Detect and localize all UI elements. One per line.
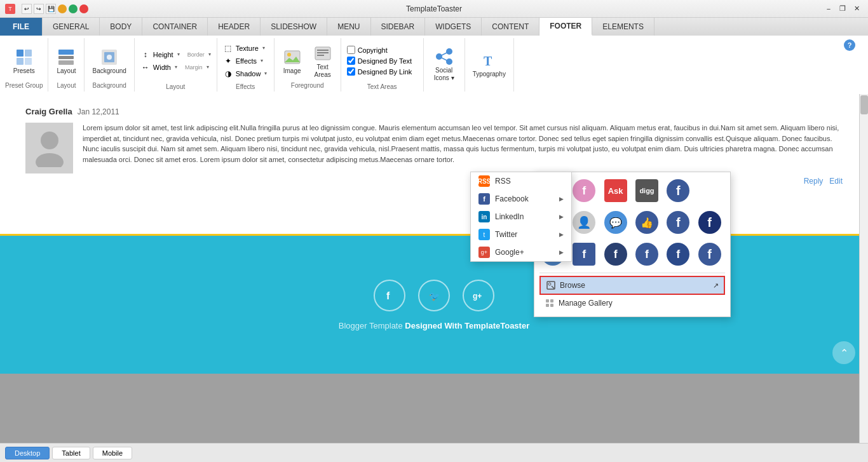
gallery-icon-chat[interactable]: 💬 (602, 209, 629, 236)
layout-group-label: Layout (57, 81, 76, 89)
linkedin-item[interactable]: in LinkedIn ▶ (471, 208, 571, 226)
browse-gallery-action[interactable]: Browse ↗ (539, 276, 725, 295)
gallery-icon-empty1 (696, 177, 723, 204)
layout2-items: ↕ Height ▾ Border ▾ ↔ Width ▾ Margin ▾ (139, 39, 213, 82)
designed-by-text-check-item[interactable]: Designed By Text (345, 56, 419, 65)
typography-items: T Typography (470, 41, 508, 88)
margin-dropdown-arrow: ▾ (207, 64, 209, 70)
scroll-to-top-button[interactable]: ⌃ (832, 341, 855, 364)
svg-rect-2 (17, 58, 24, 65)
textareas-button[interactable]: TextAreas (310, 42, 336, 80)
gallery-icon-fb7[interactable]: f (602, 241, 629, 268)
post-date: Jan 12,2011 (78, 107, 119, 116)
gallery-icon-fb9[interactable]: f (665, 241, 691, 268)
manage-gallery-action[interactable]: Manage Gallery (539, 295, 725, 311)
tab-widgets[interactable]: WIDGETS (425, 18, 482, 36)
googleplus-arrow: ▶ (559, 249, 564, 255)
gallery-icon-fb8[interactable]: f (634, 241, 660, 268)
designed-by-link-check-item[interactable]: Designed By Link (345, 67, 419, 76)
gallery-icon-like[interactable]: 👍 (634, 209, 660, 236)
texture-icon: ⬚ (223, 43, 233, 53)
minimize-button[interactable]: − (822, 3, 835, 15)
googleplus-icon: g+ (478, 247, 490, 258)
svg-text:T: T (484, 54, 492, 68)
tab-general[interactable]: GENERAL (43, 18, 100, 36)
gallery-icon-person[interactable]: 👤 (571, 209, 597, 236)
layout-group: Layout Layout (48, 38, 85, 92)
tab-content[interactable]: CONTENT (482, 18, 539, 36)
gallery-icon-fb3[interactable]: f (665, 209, 691, 236)
background-button[interactable]: Background (90, 46, 128, 76)
tab-file[interactable]: FILE (0, 18, 43, 36)
background-items: Background (90, 41, 128, 81)
tab-footer[interactable]: FOOTER (539, 18, 592, 36)
right-scrollbar[interactable] (859, 94, 868, 443)
linkedin-label: LinkedIn (495, 212, 524, 221)
post-header: Craig Grella Jan 12,2011 (25, 107, 843, 116)
close-button[interactable]: ✕ (850, 3, 863, 15)
footer-facebook-icon[interactable]: f (374, 280, 405, 311)
facebook-item[interactable]: f Facebook ▶ (471, 190, 571, 208)
tablet-view-button[interactable]: Tablet (52, 447, 90, 459)
googleplus-item[interactable]: g+ Google+ ▶ (471, 243, 571, 261)
toolbar-icons: ↩ ↪ 💾 (22, 4, 88, 14)
gallery-icon-facebook-blue[interactable]: f (665, 177, 691, 204)
copyright-checkbox[interactable] (347, 46, 355, 54)
gallery-icon-fb10[interactable]: f (696, 241, 723, 268)
tab-header[interactable]: HEADER (208, 18, 261, 36)
tab-elements[interactable]: ELEMENTS (592, 18, 654, 36)
texture-item[interactable]: ⬚ Texture ▾ (221, 43, 270, 54)
gallery-icon-fb6[interactable]: f (571, 241, 597, 268)
effects-item[interactable]: ✦ Effects ▾ (221, 55, 270, 67)
presets-label: Presets (13, 67, 35, 75)
browse-cursor-icon: ↗ (713, 282, 719, 290)
rss-item[interactable]: RSS RSS (471, 172, 571, 190)
typography-button[interactable]: T Typography (470, 49, 508, 79)
gallery-icon-facebook-pink[interactable]: f (571, 177, 597, 204)
width-item[interactable]: ↔ Width ▾ Margin ▾ (139, 62, 213, 73)
layout-button[interactable]: Layout (53, 46, 79, 76)
effects-items: ⬚ Texture ▾ ✦ Effects ▾ ◑ Shadow ▾ (221, 39, 270, 82)
footer-googleplus-icon[interactable]: g+ (463, 280, 494, 311)
presets-button[interactable]: Presets (11, 46, 37, 76)
twitter-item[interactable]: t Twitter ▶ (471, 226, 571, 243)
gallery-icon-fb4[interactable]: f (696, 209, 723, 236)
scroll-thumb[interactable] (860, 95, 868, 114)
shadow-label: Shadow (236, 70, 261, 78)
tab-body[interactable]: BODY (100, 18, 142, 36)
undo-icon[interactable]: ↩ (22, 4, 32, 14)
post-body: Lorem ipsum dolor sit amet, test link ad… (25, 123, 843, 173)
presets-icon (14, 47, 34, 67)
textareas-check-label: Text Areas (345, 82, 419, 90)
svg-point-30 (548, 283, 551, 285)
copyright-check-item[interactable]: Copyright (345, 45, 419, 55)
save-icon[interactable]: 💾 (46, 4, 56, 14)
redo-icon[interactable]: ↪ (34, 4, 44, 14)
linkedin-icon: in (478, 211, 490, 222)
tab-slideshow[interactable]: SLIDESHOW (261, 18, 327, 36)
googleplus-label: Google+ (495, 248, 524, 257)
shadow-item[interactable]: ◑ Shadow ▾ (221, 68, 270, 79)
height-item[interactable]: ↕ Height ▾ Border ▾ (139, 49, 213, 60)
effects-group: ⬚ Texture ▾ ✦ Effects ▾ ◑ Shadow ▾ Effec… (217, 38, 275, 92)
designed-by-link-checkbox[interactable] (347, 67, 355, 76)
tab-sidebar[interactable]: SIDEBAR (371, 18, 426, 36)
edit-link[interactable]: Edit (829, 177, 843, 186)
tab-container[interactable]: CONTAINER (142, 18, 208, 36)
designed-by-text-checkbox[interactable] (347, 57, 355, 65)
restore-button[interactable]: ❐ (836, 3, 849, 15)
reply-link[interactable]: Reply (804, 177, 824, 186)
height-dropdown-arrow: ▾ (177, 51, 180, 57)
image-button[interactable]: Image (280, 46, 305, 76)
tab-menu[interactable]: MENU (327, 18, 370, 36)
gallery-icon-ask[interactable]: Ask (602, 177, 629, 204)
height-label: Height (153, 51, 173, 58)
social-icons-button[interactable]: SocialIcons ▾ (431, 45, 457, 83)
gallery-icon-digg[interactable]: digg (634, 177, 660, 204)
green-dot-icon (69, 4, 78, 13)
mobile-view-button[interactable]: Mobile (93, 447, 132, 459)
facebook-icon: f (478, 193, 490, 205)
help-icon[interactable]: ? (844, 39, 855, 51)
footer-twitter-icon[interactable]: 🐦 (418, 280, 450, 311)
desktop-view-button[interactable]: Desktop (5, 447, 50, 459)
